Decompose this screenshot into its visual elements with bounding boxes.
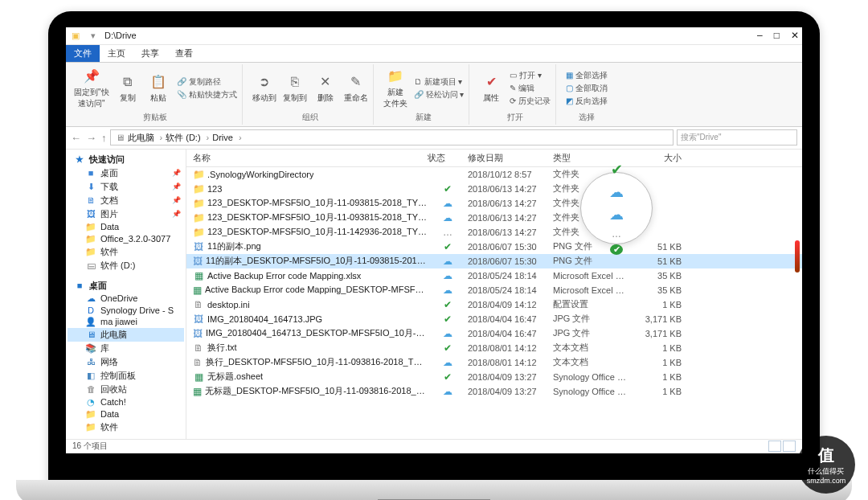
file-row[interactable]: 🖼11的副本.png✔2018/06/07 15:30PNG 文件51 KB — [186, 240, 802, 254]
forward-button[interactable]: → — [86, 132, 96, 144]
sidebar-item[interactable]: ■桌面 — [68, 279, 184, 293]
tab-home[interactable]: 主页 — [100, 45, 133, 62]
sidebar-item[interactable]: ◧控制面板 — [68, 369, 184, 383]
easyaccess-button[interactable]: 🔗轻松访问 ▾ — [414, 89, 465, 100]
sidebar-item-icon: ☁ — [85, 293, 96, 304]
minimize-button[interactable]: – — [757, 30, 763, 41]
sidebar-item-icon: 🖼 — [85, 209, 96, 219]
view-details-icon[interactable] — [768, 441, 781, 452]
paste-button[interactable]: 📋粘贴 — [146, 73, 170, 104]
pin-button[interactable]: 📌固定到"快 速访问" — [74, 68, 109, 109]
folder-icon: 📁 — [193, 227, 204, 238]
search-input[interactable]: 搜索"Drive" — [677, 129, 797, 145]
rename-icon: ✎ — [347, 73, 365, 91]
sidebar-item[interactable]: ⬇下载📌 — [68, 180, 184, 194]
col-date[interactable]: 修改日期 — [468, 152, 553, 164]
file-row[interactable]: ▦无标题.osheet✔2018/04/09 13:27Synology Off… — [186, 370, 802, 384]
file-row[interactable]: ▦无标题_DESKTOP-MFSF5IO_10月-11-093816-2018_… — [186, 384, 802, 399]
moveto-button[interactable]: ➲移动到 — [252, 73, 276, 104]
view-large-icon[interactable] — [783, 441, 796, 452]
file-row[interactable]: ▦Active Backup Error code Mapping_DESKTO… — [186, 283, 802, 297]
titlebar: ▣ ▾ D:\Drive – □ ✕ — [66, 27, 802, 45]
sidebar-item[interactable]: ■桌面📌 — [68, 166, 184, 180]
folder-icon: 📁 — [193, 198, 204, 209]
up-button[interactable]: ↑ — [101, 132, 107, 144]
sidebar-item[interactable]: 📁Office_3.2.0-3077 — [68, 233, 184, 245]
sidebar-item[interactable]: 🖥此电脑 — [68, 328, 184, 342]
col-type[interactable]: 类型 — [553, 152, 641, 164]
open-button[interactable]: ▭打开 ▾ — [510, 70, 551, 81]
explorer-window: ▣ ▾ D:\Drive – □ ✕ 文件 主页 共享 查看 📌固定到"快 速访… — [66, 27, 802, 453]
xlsx-icon: ▦ — [193, 270, 204, 281]
file-row[interactable]: 🗎desktop.ini✔2018/04/09 14:12配置设置1 KB — [186, 297, 802, 312]
tab-share[interactable]: 共享 — [133, 45, 167, 62]
file-status: ☁ — [428, 212, 468, 223]
jpg-icon: 🖼 — [193, 314, 204, 325]
selectnone-icon: ▢ — [566, 84, 573, 92]
pin-icon: 📌 — [172, 210, 181, 218]
back-button[interactable]: ← — [71, 132, 81, 144]
copyto-button[interactable]: ⎘复制到 — [283, 73, 307, 104]
sidebar-item[interactable]: DSynology Drive - S — [68, 305, 184, 316]
file-row[interactable]: 🗎换行_DESKTOP-MFSF5IO_10月-11-093816-2018_T… — [186, 355, 802, 370]
file-row[interactable]: 🖼IMG_20180404_164713.JPG✔2018/04/04 16:4… — [186, 312, 802, 326]
file-row[interactable]: 🗎换行.txt✔2018/08/01 14:12文本文档1 KB — [186, 341, 802, 355]
file-status: ☁ — [428, 285, 468, 296]
status-text: 16 个项目 — [72, 441, 108, 452]
sidebar-item[interactable]: 🖼图片📌 — [68, 207, 184, 221]
selectnone-button[interactable]: ▢全部取消 — [566, 83, 608, 94]
delete-button[interactable]: ✕删除 — [313, 73, 338, 104]
history-button[interactable]: ⟳历史记录 — [510, 96, 551, 107]
group-organize: 组织 — [252, 111, 368, 125]
file-size: 1 KB — [641, 343, 690, 353]
edit-button[interactable]: ✎编辑 — [510, 83, 551, 94]
sidebar-item[interactable]: 🖴软件 (D:) — [68, 259, 184, 273]
invert-button[interactable]: ◩反向选择 — [566, 96, 608, 107]
close-button[interactable]: ✕ — [791, 30, 799, 41]
sidebar-item[interactable]: ★快速访问 — [68, 153, 184, 166]
selectall-button[interactable]: ▦全部选择 — [566, 70, 608, 81]
newitem-button[interactable]: 🗋新建项目 ▾ — [414, 76, 465, 88]
breadcrumb[interactable]: 🖥 此电脑 软件 (D:) Drive — [110, 129, 674, 145]
col-name[interactable]: 名称 — [186, 152, 428, 164]
rename-button[interactable]: ✎重命名 — [344, 73, 368, 104]
newfolder-icon: 📁 — [387, 68, 404, 85]
file-type: Microsoft Excel … — [553, 285, 641, 295]
file-row[interactable]: 🖼IMG_20180404_164713_DESKTOP-MFSF5IO_10月… — [186, 326, 802, 341]
sidebar-item[interactable]: ◔Catch! — [68, 396, 184, 408]
file-status: ✔ — [428, 183, 468, 195]
sidebar-item[interactable]: 📁Data — [68, 221, 184, 233]
sidebar-item[interactable]: 📁软件 — [68, 420, 184, 434]
file-date: 2018/04/04 16:47 — [468, 329, 553, 338]
sidebar-item-label: Data — [100, 409, 119, 419]
properties-button[interactable]: ✔属性 — [479, 73, 503, 104]
sidebar-item[interactable]: 🗑回收站 — [68, 383, 184, 396]
sidebar-item[interactable]: ☁OneDrive — [68, 293, 184, 305]
sidebar-item[interactable]: 🖧网络 — [68, 355, 184, 369]
sidebar-item[interactable]: 📚库 — [68, 342, 184, 355]
file-row[interactable]: 📁123✔2018/06/13 14:27文件夹 — [186, 182, 802, 196]
file-row[interactable]: 📁123_DESKTOP-MFSF5IO_10月-11-093815-2018_… — [186, 196, 802, 211]
file-size: 51 KB — [641, 256, 690, 266]
file-row[interactable]: 📁123_DESKTOP-MFSF5IO_10月-11-093815-2018_… — [186, 211, 802, 225]
col-status[interactable]: 状态 — [428, 152, 468, 164]
sidebar-item[interactable]: 🗎文档📌 — [68, 194, 184, 207]
column-headers[interactable]: 名称 状态 修改日期 类型 大小 — [186, 150, 802, 167]
sidebar-item[interactable]: 📁Data — [68, 408, 184, 420]
tab-view[interactable]: 查看 — [167, 45, 201, 62]
file-row[interactable]: ▦Active Backup Error code Mapping.xlsx☁2… — [186, 268, 802, 283]
sidebar-item[interactable]: 👤ma jiawei — [68, 316, 184, 328]
copypath-button[interactable]: 🔗复制路径 — [177, 76, 237, 88]
invert-icon: ◩ — [566, 96, 573, 105]
file-row[interactable]: 📁.SynologyWorkingDirectory2018/10/12 8:5… — [186, 167, 802, 182]
copy-button[interactable]: ⧉复制 — [116, 73, 140, 104]
col-size[interactable]: 大小 — [641, 152, 690, 164]
file-row[interactable]: 🖼11的副本_DESKTOP-MFSF5IO_10月-11-093815-201… — [186, 254, 802, 268]
pasteshortcut-button[interactable]: 📎粘贴快捷方式 — [177, 89, 237, 100]
newfolder-button[interactable]: 📁新建 文件夹 — [383, 68, 407, 109]
tab-file[interactable]: 文件 — [66, 45, 100, 62]
file-row[interactable]: 📁123_DESKTOP-MFSF5IO_10月-11-142936-2018_… — [186, 225, 802, 240]
maximize-button[interactable]: □ — [774, 30, 780, 41]
sidebar-item-label: 软件 — [100, 246, 118, 258]
sidebar-item[interactable]: 📁软件 — [68, 245, 184, 259]
